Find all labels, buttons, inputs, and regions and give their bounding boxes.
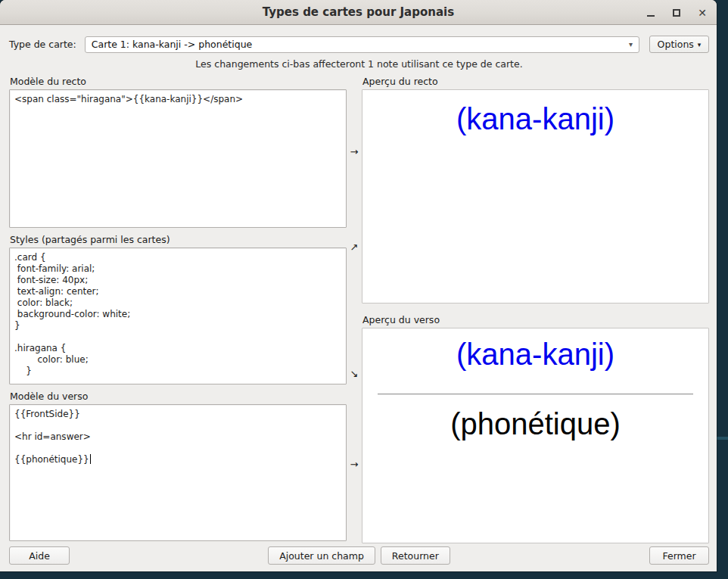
card-types-dialog: Types de cartes pour Japonais ✕ Type de … xyxy=(0,0,717,571)
titlebar[interactable]: Types de cartes pour Japonais ✕ xyxy=(0,0,717,25)
arrow-right-icon: → xyxy=(347,459,361,470)
previews-column: Aperçu du recto (kana-kanji) Aperçu du v… xyxy=(362,76,709,543)
back-template-label: Modèle du verso xyxy=(10,391,347,402)
card-type-label: Type de carte: xyxy=(9,39,76,50)
back-template-editor[interactable]: {{FrontSide}} <hr id=answer> {{phonétiqu… xyxy=(9,404,347,541)
maximize-button[interactable] xyxy=(668,5,685,21)
styles-label: Styles (partagés parmi les cartes) xyxy=(10,234,347,245)
dialog-footer: Aide Ajouter un champ Retourner Fermer xyxy=(9,546,709,565)
answer-divider xyxy=(378,394,693,394)
dialog-content: Type de carte: Carte 1: kana-kanji -> ph… xyxy=(0,25,717,571)
card-type-select[interactable]: Carte 1: kana-kanji -> phonétique ▾ xyxy=(85,36,639,53)
front-template-editor[interactable]: <span class="hiragana">{{kana-kanji}}</s… xyxy=(9,89,347,228)
affected-notes-notice: Les changements ci-bas affecteront 1 not… xyxy=(9,58,709,70)
back-preview-question-text: (kana-kanji) xyxy=(362,335,708,374)
front-template-label: Modèle du recto xyxy=(10,76,347,87)
templates-column: Modèle du recto <span class="hiragana">{… xyxy=(9,76,347,543)
front-preview-label: Aperçu du recto xyxy=(362,76,709,87)
help-button[interactable]: Aide xyxy=(9,546,70,565)
options-dropdown-icon: ▾ xyxy=(698,41,702,48)
desktop-wallpaper-stripe xyxy=(715,437,728,440)
arrow-up-right-icon: ↗ xyxy=(347,241,361,253)
front-preview-text: (kana-kanji) xyxy=(362,99,708,139)
editor-preview-area: Modèle du recto <span class="hiragana">{… xyxy=(9,76,709,543)
front-preview-pane: (kana-kanji) xyxy=(362,89,709,304)
maximize-icon xyxy=(673,9,680,17)
window-controls: ✕ xyxy=(642,0,711,25)
card-type-selected-value: Carte 1: kana-kanji -> phonétique xyxy=(92,39,624,50)
minimize-button[interactable] xyxy=(642,5,659,21)
arrow-right-icon: → xyxy=(347,146,361,157)
card-type-row: Type de carte: Carte 1: kana-kanji -> ph… xyxy=(9,36,709,53)
minimize-icon xyxy=(647,15,655,17)
options-button-label: Options xyxy=(658,39,694,50)
close-dialog-button[interactable]: Fermer xyxy=(649,546,709,565)
flow-arrows: → ↗ ↘ → xyxy=(347,76,362,543)
options-button[interactable]: Options ▾ xyxy=(649,36,709,53)
add-field-button[interactable]: Ajouter un champ xyxy=(268,546,375,565)
back-preview-answer-text: (phonétique) xyxy=(362,404,708,444)
back-preview-label: Aperçu du verso xyxy=(362,314,709,325)
combo-dropdown-icon: ▾ xyxy=(629,40,633,48)
styles-editor[interactable]: .card { font-family: arial; font-size: 4… xyxy=(9,247,347,384)
close-button[interactable]: ✕ xyxy=(694,5,711,21)
window-title: Types de cartes pour Japonais xyxy=(0,5,717,19)
close-icon: ✕ xyxy=(698,7,707,19)
arrow-down-right-icon: ↘ xyxy=(347,368,361,379)
text-cursor xyxy=(90,454,91,464)
flip-button[interactable]: Retourner xyxy=(381,546,450,565)
back-preview-pane: (kana-kanji) (phonétique) xyxy=(362,328,709,543)
footer-center-buttons: Ajouter un champ Retourner xyxy=(268,546,450,565)
